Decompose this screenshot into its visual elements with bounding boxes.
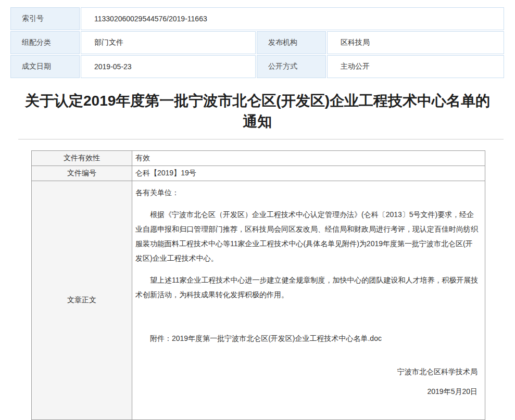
- article-body-row: 文章正文 各有关单位： 根据《宁波市北仑区（开发区）企业工程技术中心认定管理办法…: [32, 181, 485, 420]
- doc-number-value: 仑科【2019】19号: [132, 166, 485, 181]
- paragraph-1: 根据《宁波市北仑区（开发区）企业工程技术中心认定管理办法》(仑科〔2013〕5号…: [135, 207, 480, 265]
- article-body-label: 文章正文: [32, 181, 132, 420]
- validity-value: 有效: [132, 151, 485, 166]
- index-number-value: 113302060029544576/2019-11663: [81, 7, 504, 30]
- meta-table: 索引号 113302060029544576/2019-11663 组配分类 部…: [9, 6, 505, 79]
- issue-date-label: 成文日期: [10, 55, 80, 78]
- validity-row: 文件有效性 有效: [32, 151, 485, 166]
- meta-row-date: 成文日期 2019-05-23 公开方式 主动公开: [10, 55, 504, 78]
- salutation: 各有关单位：: [135, 185, 480, 200]
- disclosure-label: 公开方式: [257, 55, 326, 78]
- signer-name: 宁波市北仑区科学技术局: [135, 364, 480, 379]
- issue-date-value: 2019-05-23: [81, 55, 256, 78]
- attachment-link[interactable]: 附件：2019年度第一批宁波市北仑区(开发区)企业工程技术中心名单.doc: [135, 331, 480, 346]
- validity-label: 文件有效性: [32, 151, 132, 166]
- agency-value: 区科技局: [327, 31, 504, 54]
- article-body-cell: 各有关单位： 根据《宁波市北仑区（开发区）企业工程技术中心认定管理办法》(仑科〔…: [132, 181, 485, 420]
- meta-row-category: 组配分类 部门文件 发布机构 区科技局: [10, 31, 504, 54]
- doc-number-row: 文件编号 仑科【2019】19号: [32, 166, 485, 181]
- index-number-label: 索引号: [10, 7, 80, 30]
- page-title: 关于认定2019年度第一批宁波市北仑区(开发区)企业工程技术中心名单的通知: [20, 91, 495, 132]
- document-table: 文件有效性 有效 文件编号 仑科【2019】19号 文章正文 各有关单位： 根据…: [31, 150, 485, 420]
- article-body: 各有关单位： 根据《宁波市北仑区（开发区）企业工程技术中心认定管理办法》(仑科〔…: [132, 181, 485, 419]
- paragraph-2: 望上述11家企业工程技术中心进一步建立健全规章制度，加快中心的团队建设和人才培养…: [135, 273, 480, 302]
- title-divider: [18, 139, 504, 139]
- meta-row-index: 索引号 113302060029544576/2019-11663: [10, 7, 504, 30]
- doc-number-label: 文件编号: [32, 166, 132, 181]
- category-value: 部门文件: [81, 31, 256, 54]
- document-page: 索引号 113302060029544576/2019-11663 组配分类 部…: [0, 0, 515, 420]
- category-label: 组配分类: [10, 31, 80, 54]
- disclosure-value: 主动公开: [327, 55, 504, 78]
- agency-label: 发布机构: [257, 31, 326, 54]
- sign-date: 2019年5月20日: [135, 384, 480, 399]
